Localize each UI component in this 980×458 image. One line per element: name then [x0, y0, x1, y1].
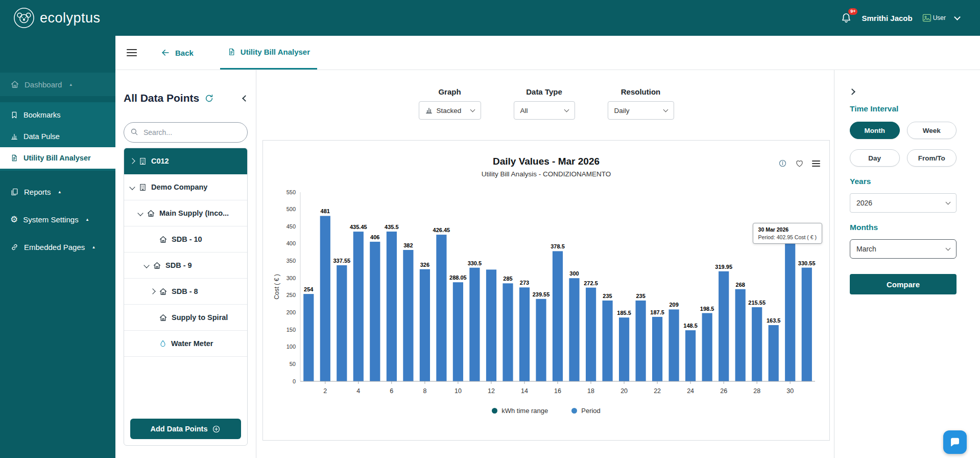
svg-text:435.5: 435.5 — [385, 224, 399, 230]
svg-text:16: 16 — [554, 387, 561, 395]
search-input[interactable] — [124, 122, 248, 143]
svg-text:406: 406 — [370, 234, 379, 240]
link-icon — [10, 243, 19, 251]
avatar[interactable]: User — [922, 13, 946, 23]
sidebar: Dashboard ▴ Bookmarks Data Pulse — [0, 36, 115, 458]
sidebar-item-label: Data Pulse — [23, 132, 60, 141]
sidebar-item-reports[interactable]: Reports ▴ — [0, 180, 115, 203]
sidebar-item-embedded-pages[interactable]: Embedded Pages ▴ — [0, 235, 115, 259]
add-data-points-button[interactable]: Add Data Points — [130, 419, 241, 439]
sidebar-item-system-settings[interactable]: ⚙ System Settings ▴ — [0, 208, 115, 231]
plus-circle-icon — [212, 425, 221, 433]
chevron-down-icon[interactable] — [144, 262, 149, 268]
tree-item-sdb-9[interactable]: SDB - 9 — [124, 253, 247, 279]
building-icon — [138, 183, 147, 192]
menu-toggle-button[interactable] — [127, 49, 137, 57]
tree-item-water-meter[interactable]: Water Meter — [124, 331, 247, 357]
svg-text:14: 14 — [521, 387, 528, 395]
chevron-down-icon — [564, 107, 569, 112]
chart-legend: kWh time range Period — [263, 407, 829, 415]
months-value: March — [856, 245, 876, 253]
chevron-down-icon[interactable] — [129, 184, 135, 190]
filters-panel: Time Interval Month Week Day From/To Yea… — [834, 70, 980, 458]
svg-text:8: 8 — [423, 387, 426, 395]
tree-item-demo-company[interactable]: Demo Company — [124, 174, 247, 200]
svg-text:235: 235 — [603, 293, 612, 299]
resolution-dropdown[interactable]: Daily — [608, 101, 674, 120]
refresh-button[interactable] — [204, 94, 214, 103]
sidebar-item-label: Bookmarks — [23, 111, 61, 119]
chart-area: Graph Stacked Data Type — [256, 70, 834, 458]
svg-text:28: 28 — [753, 387, 760, 395]
chevron-right-icon — [849, 88, 855, 95]
legend-dot — [571, 408, 577, 414]
sidebar-item-bookmarks[interactable]: Bookmarks — [0, 104, 115, 126]
tab-utility-bill-analyser[interactable]: Utility Bill Analyser — [220, 36, 317, 70]
chat-widget-button[interactable] — [943, 430, 967, 454]
back-button[interactable]: Back — [160, 48, 194, 58]
sidebar-item-data-pulse[interactable]: Data Pulse — [0, 126, 115, 147]
svg-text:285: 285 — [503, 276, 512, 282]
svg-text:300: 300 — [569, 270, 579, 277]
tree-item-sdb-8[interactable]: SDB - 8 — [124, 279, 247, 305]
favorite-button[interactable] — [795, 159, 804, 168]
chevron-right-icon[interactable] — [150, 288, 155, 294]
chart-info-button[interactable] — [778, 159, 787, 168]
svg-text:254: 254 — [304, 286, 314, 292]
graph-type-dropdown[interactable]: Stacked — [419, 101, 481, 120]
years-select[interactable]: 2026 — [850, 193, 957, 213]
years-value: 2026 — [856, 199, 872, 207]
legend-dot — [492, 408, 497, 414]
svg-text:250: 250 — [286, 292, 295, 298]
svg-text:200: 200 — [286, 309, 295, 315]
legend-item-kwh-time-range[interactable]: kWh time range — [492, 407, 548, 415]
notifications-button[interactable]: 9+ — [840, 12, 852, 24]
building-icon — [138, 157, 147, 166]
collapse-filters-button[interactable] — [850, 89, 854, 94]
tree-item-label: C012 — [151, 157, 169, 165]
bill-document-icon — [10, 154, 18, 162]
interval-month-button[interactable]: Month — [850, 122, 900, 139]
broken-image-icon — [922, 13, 932, 23]
graph-type-value: Stacked — [437, 107, 462, 114]
collapse-up-icon: ▴ — [86, 217, 89, 222]
svg-text:2: 2 — [323, 387, 327, 395]
svg-text:4: 4 — [356, 387, 360, 395]
bar-chart[interactable]: 0501001502002503003504004505005502544813… — [271, 181, 822, 406]
sidebar-item-label: System Settings — [23, 215, 78, 224]
years-heading: Years — [850, 177, 957, 186]
tree-item-sdb-10[interactable]: SDB - 10 — [124, 226, 247, 253]
sidebar-item-dashboard[interactable]: Dashboard ▴ — [0, 73, 115, 96]
sidebar-item-utility-bill-analyser[interactable]: Utility Bill Analyser — [0, 147, 115, 169]
interval-day-button[interactable]: Day — [850, 149, 900, 167]
data-type-value: All — [520, 107, 528, 114]
data-type-dropdown[interactable]: All — [514, 101, 575, 120]
time-interval-options: Month Week Day From/To — [850, 122, 957, 167]
svg-text:400: 400 — [286, 240, 295, 246]
sidebar-item-label: Reports — [24, 188, 51, 196]
svg-text:50: 50 — [289, 361, 295, 367]
interval-fromto-button[interactable]: From/To — [907, 149, 957, 167]
tree-item-c012[interactable]: C012 — [124, 148, 247, 174]
legend-label: kWh time range — [501, 407, 548, 415]
tree-item-main-supply[interactable]: Main Supply (Inco... — [124, 200, 247, 226]
collapse-up-icon: ▴ — [59, 189, 61, 194]
tree-item-supply-to-spiral[interactable]: Supply to Spiral — [124, 305, 247, 331]
svg-text:326: 326 — [420, 262, 429, 268]
collapse-panel-button[interactable] — [243, 96, 248, 101]
svg-text:273: 273 — [519, 280, 529, 286]
months-select[interactable]: March — [850, 239, 957, 259]
svg-text:268: 268 — [735, 282, 745, 288]
compare-button[interactable]: Compare — [850, 274, 957, 294]
svg-text:187.5: 187.5 — [650, 309, 664, 315]
user-menu-chevron-icon[interactable] — [954, 14, 961, 20]
svg-text:100: 100 — [286, 344, 295, 350]
chevron-down-icon[interactable] — [137, 210, 143, 216]
legend-item-period[interactable]: Period — [571, 407, 601, 415]
chevron-right-icon[interactable] — [129, 158, 135, 164]
chat-bubble-icon — [949, 436, 961, 448]
chart-menu-button[interactable] — [812, 160, 820, 167]
interval-week-button[interactable]: Week — [907, 122, 957, 139]
svg-text:150: 150 — [286, 327, 295, 333]
topbar-right: 9+ Smrithi Jacob User — [840, 12, 960, 24]
